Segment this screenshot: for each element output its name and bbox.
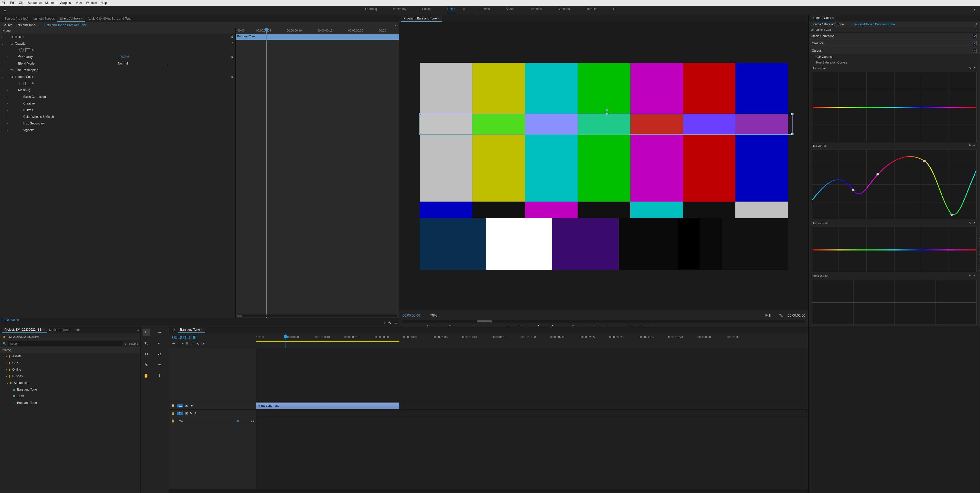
prop-time-remapping[interactable]: ›fxTime Remapping bbox=[0, 67, 235, 73]
lane-a1[interactable] bbox=[256, 409, 808, 417]
tab-lumetri-color[interactable]: Lumetri Color bbox=[810, 15, 837, 21]
ec-timecode[interactable]: 00:00:00:05 bbox=[3, 318, 19, 322]
luma-vs-sat-curve[interactable] bbox=[812, 280, 977, 325]
ec-ruler[interactable]: :00:00 00:00:00:05 00:00:00:10 00:00:00:… bbox=[235, 28, 399, 34]
lock-icon[interactable]: 🔒 bbox=[171, 412, 175, 415]
ws-graphics[interactable]: Graphics bbox=[530, 7, 542, 13]
settings-icon[interactable]: ⬚ bbox=[191, 342, 193, 345]
wrench-icon[interactable]: 🔧 bbox=[388, 321, 392, 325]
track-mix-header[interactable]: 🔒Mix0.0▸◂ bbox=[169, 417, 256, 424]
tab-media-browser[interactable]: Media Browser bbox=[46, 327, 72, 333]
chevron-down-icon[interactable]: ⌄ bbox=[167, 62, 169, 65]
hand-tool-icon[interactable]: ✋ bbox=[143, 372, 150, 379]
search-icon[interactable]: 🔍 bbox=[3, 342, 6, 346]
ripple-edit-tool-icon[interactable]: ⇆ bbox=[143, 340, 150, 347]
seq-bars-and-tone[interactable]: ≣Bars and Tone bbox=[0, 386, 140, 393]
menu-clip[interactable]: Clip bbox=[19, 1, 24, 5]
reset-icon[interactable]: ↺ bbox=[231, 75, 233, 79]
razor-tool-icon[interactable]: ✂ bbox=[143, 350, 150, 357]
blend-mode-value[interactable]: Normal bbox=[118, 62, 128, 65]
program-timecode[interactable]: 00:00:00:05 bbox=[402, 313, 420, 317]
menu-edit[interactable]: Edit bbox=[10, 1, 15, 5]
opacity-value[interactable]: 100.0 % bbox=[118, 55, 129, 59]
menu-help[interactable]: Help bbox=[100, 1, 107, 5]
insert-icon[interactable]: ⎘ bbox=[186, 342, 188, 345]
prop-vignette[interactable]: ›Vignette bbox=[0, 127, 235, 133]
ellipse-mask-icon[interactable] bbox=[19, 82, 24, 85]
eyedropper-icon[interactable]: ✎ bbox=[969, 144, 971, 147]
chevron-down-icon[interactable]: ⌄ bbox=[37, 23, 40, 27]
prop-curves[interactable]: ›Curves bbox=[0, 107, 235, 113]
rect-mask-icon[interactable] bbox=[25, 48, 30, 52]
prop-motion[interactable]: ›fxMotion↺ bbox=[0, 34, 235, 40]
checkbox-icon[interactable]: ✔ bbox=[972, 34, 977, 38]
home-icon[interactable]: ⌂ bbox=[4, 9, 6, 12]
bin-rushes[interactable]: ›▮Rushes bbox=[0, 373, 140, 380]
eyedropper-icon[interactable]: ✎ bbox=[969, 221, 971, 225]
section-basic-correction[interactable]: Basic Correction✔ bbox=[809, 32, 980, 40]
ec-scroll-thumb[interactable] bbox=[237, 315, 242, 317]
lane-mix[interactable] bbox=[256, 417, 808, 424]
ws-color[interactable]: Color bbox=[447, 7, 455, 13]
checkbox-icon[interactable]: ✔ bbox=[972, 49, 977, 53]
overflow-icon[interactable]: » bbox=[137, 328, 139, 332]
chevron-down-icon[interactable]: ⌄ bbox=[975, 28, 977, 32]
slip-tool-icon[interactable]: ⇄ bbox=[156, 350, 163, 357]
seq-edit[interactable]: ≣_Edit bbox=[0, 393, 140, 399]
bin-sequences[interactable]: ⌄▮Sequences bbox=[0, 380, 140, 386]
column-name[interactable]: Name bbox=[0, 347, 140, 353]
prop-hsl-secondary[interactable]: ›HSL Secondary bbox=[0, 120, 235, 127]
checkbox-icon[interactable]: ✔ bbox=[973, 221, 977, 225]
selection-tool-icon[interactable]: ↖ bbox=[143, 329, 150, 336]
tab-sequence[interactable]: Bars and Tone bbox=[178, 327, 205, 333]
track-marker-icon[interactable]: ○ bbox=[805, 402, 807, 405]
rate-stretch-tool-icon[interactable]: ↔ bbox=[156, 340, 163, 347]
mix-db[interactable]: 0.0 bbox=[235, 420, 239, 423]
tab-effect-controls[interactable]: Effect Controls bbox=[57, 16, 85, 22]
track-v1-header[interactable]: 🔒V1▣👁 bbox=[169, 402, 256, 409]
hue-vs-hue-curve[interactable] bbox=[812, 150, 977, 219]
reset-icon[interactable]: ↺ bbox=[231, 35, 233, 39]
share-icon[interactable]: ⇪ bbox=[974, 8, 976, 12]
timeline-scrollbar[interactable] bbox=[169, 489, 808, 493]
tab-libraries[interactable]: Libr bbox=[72, 327, 83, 333]
lock-icon[interactable]: 🔒 bbox=[171, 419, 175, 423]
hue-vs-sat-curve[interactable] bbox=[812, 72, 977, 142]
wrench-icon[interactable]: 🔧 bbox=[779, 313, 783, 317]
prop-blend-mode[interactable]: Blend ModeNormal⌄ bbox=[0, 60, 235, 67]
ws-editing[interactable]: Editing bbox=[422, 7, 432, 13]
rgb-curves-row[interactable]: ›RGB Curves bbox=[809, 54, 980, 60]
menu-graphics[interactable]: Graphics bbox=[60, 1, 72, 5]
ws-audio[interactable]: Audio bbox=[506, 7, 514, 13]
menu-view[interactable]: View bbox=[76, 1, 83, 5]
eyedropper-icon[interactable]: ✎ bbox=[969, 274, 971, 278]
toggle-output-icon[interactable]: ▣ bbox=[185, 412, 188, 415]
track-marker-icon[interactable]: ○ bbox=[805, 410, 807, 413]
program-zoom[interactable]: 75% ⌄ bbox=[430, 313, 441, 317]
track-select-tool-icon[interactable]: ⇥ bbox=[156, 329, 163, 336]
tab-program[interactable]: Program: Bars and Tone bbox=[401, 16, 442, 22]
tab-project[interactable]: Project: EM_20230622_SS bbox=[2, 327, 46, 333]
reset-icon[interactable]: ↺ bbox=[975, 22, 977, 26]
seq-bars-and-tone-2[interactable]: ≣Bars and Tone bbox=[0, 399, 140, 406]
hue-sat-curves-row[interactable]: ⌄Hue Saturation Curves bbox=[809, 60, 980, 65]
work-area-bar[interactable] bbox=[256, 341, 399, 342]
marker-icon[interactable]: ▾ bbox=[182, 342, 184, 345]
reset-icon[interactable]: ↺ bbox=[231, 42, 233, 45]
filter-icon[interactable]: ▾ bbox=[384, 321, 386, 325]
ws-overflow-icon[interactable]: » bbox=[613, 7, 615, 13]
program-scrubber[interactable] bbox=[402, 320, 805, 323]
ws-effects[interactable]: Effects bbox=[480, 7, 490, 13]
timeline-timecode[interactable]: 00:00:00:05 bbox=[172, 335, 253, 340]
bin-assets[interactable]: ›▮Assets bbox=[0, 353, 140, 360]
solo-icon[interactable]: S bbox=[194, 412, 196, 415]
snap-icon[interactable]: ⊶ bbox=[172, 342, 175, 345]
project-search-input[interactable] bbox=[8, 341, 122, 346]
lane-v1[interactable]: fxBars and Tone bbox=[256, 402, 808, 409]
pen-tool-icon[interactable]: ✎ bbox=[143, 361, 150, 368]
filter-icon[interactable]: ⧩ bbox=[124, 342, 127, 346]
tab-scopes[interactable]: Lumetri Scopes bbox=[31, 16, 57, 22]
lock-icon[interactable]: 🔒 bbox=[171, 404, 175, 407]
prop-opacity-value[interactable]: ›⏱Opacity100.0 %↺ bbox=[0, 54, 235, 60]
checkbox-icon[interactable]: ✔ bbox=[972, 41, 977, 45]
